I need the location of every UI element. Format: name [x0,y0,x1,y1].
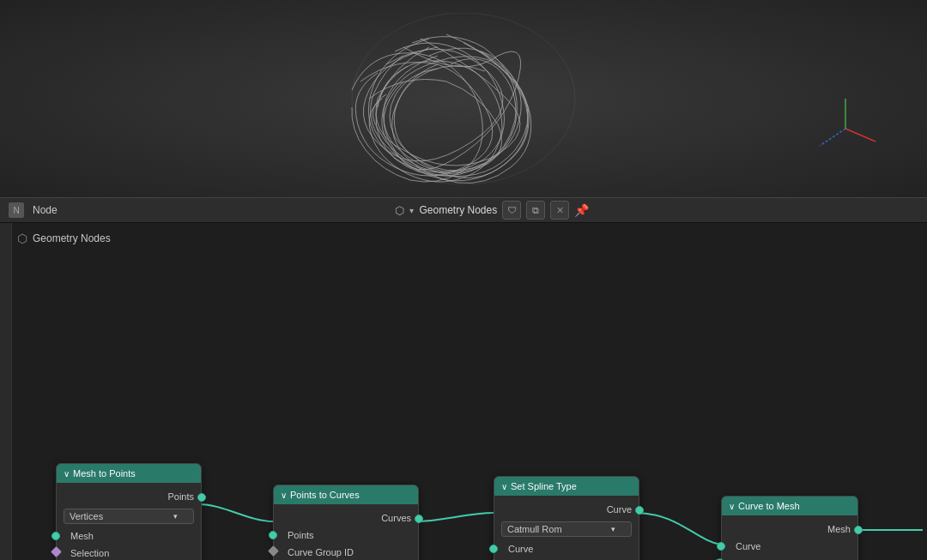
socket-points-in[interactable] [269,531,277,539]
node-row-output-points: Points [57,488,201,505]
pin-button[interactable]: 📌 [574,203,589,217]
node-title-points-to-curves: Points to Curves [290,490,360,500]
sidebar [0,223,12,560]
node-title-curve-to-mesh: Curve to Mesh [738,501,800,511]
editor-dropdown-icon[interactable]: ⬡ [395,204,404,217]
socket-curves-out[interactable] [415,515,423,523]
node-label: Node [33,204,58,216]
catmull-rom-dropdown[interactable]: Catmull Rom ▾ [501,521,632,537]
node-icon: N [9,202,24,218]
row-label-curve-sst: Curve [501,544,632,554]
close-button[interactable]: ✕ [550,201,569,220]
node-row-profile-curve: Profile Curve [722,555,857,560]
node-header-set-spline-type: ∨ Set Spline Type [494,477,639,496]
catmull-arrow: ▾ [611,525,615,533]
editor-dropdown-arrow[interactable]: ▾ [409,206,414,215]
row-label-mesh: Mesh [64,531,194,541]
socket-mesh-ctm-out[interactable] [854,526,863,534]
socket-curve-group-in[interactable] [268,545,279,557]
editor-name-label: Geometry Nodes [419,204,497,216]
row-label-points: Points [281,530,411,540]
geo-nodes-text: Geometry Nodes [33,232,111,244]
vertices-dropdown[interactable]: Vertices ▾ [64,509,194,524]
node-curve-to-mesh: ∨ Curve to Mesh Mesh Curve Profile Curve [721,496,858,560]
socket-mesh-in[interactable] [52,532,60,540]
node-row-curve-in: Curve [494,540,639,557]
copy-button[interactable]: ⧉ [526,201,545,220]
output-mesh-ctm-label: Mesh [729,524,851,534]
socket-curve-sst-out[interactable] [635,506,644,515]
socket-curve-in-sst[interactable] [489,545,498,553]
collapse-arrow-3[interactable]: ∨ [501,482,507,491]
row-label-selection: Selection [64,548,194,558]
collapse-arrow-2[interactable]: ∨ [281,491,287,500]
dropdown-value: Vertices [70,511,103,521]
catmull-value: Catmull Rom [507,524,562,534]
node-row-curve-group-id: Curve Group ID [274,544,418,560]
node-row-curve-in-ctm: Curve [722,538,857,555]
socket-points-out[interactable] [197,493,206,502]
collapse-arrow[interactable]: ∨ [64,469,70,479]
node-editor: ⬡ Geometry Nodes ∨ Mesh to Points [0,223,927,560]
output-curves-label: Curves [281,513,411,523]
node-row-mesh: Mesh [57,527,201,545]
axis-indicator [811,94,880,163]
socket-selection-in[interactable] [51,546,62,557]
node-row-selection: Selection [57,545,201,560]
row-label-curve-ctm: Curve [729,541,851,551]
output-label: Points [64,491,194,502]
svg-line-3 [820,129,845,146]
node-header-mesh-to-points: ∨ Mesh to Points [57,464,201,483]
node-mesh-to-points: ∨ Mesh to Points Points Vertices ▾ Mesh [56,463,202,560]
header-bar: N Node ⬡ ▾ Geometry Nodes 🛡 ⧉ ✕ 📌 [0,197,927,223]
node-row-points-in: Points [274,527,418,544]
node-row-output-curve-sst: Curve [494,501,639,518]
wireframe-sphere [318,13,609,184]
viewport [0,0,927,197]
node-row-output-mesh-ctm: Mesh [722,521,857,538]
node-title-set-spline-type: Set Spline Type [511,481,577,491]
svg-line-1 [845,129,876,142]
header-center: ⬡ ▾ Geometry Nodes 🛡 ⧉ ✕ 📌 [66,201,918,220]
node-header-points-to-curves: ∨ Points to Curves [274,485,418,504]
dropdown-arrow: ▾ [173,512,178,521]
node-points-to-curves: ∨ Points to Curves Curves Points Curve G… [273,485,419,560]
row-label-curve-group: Curve Group ID [281,547,411,557]
shield-button[interactable]: 🛡 [502,201,521,220]
geo-nodes-label: ⬡ Geometry Nodes [17,232,111,245]
node-header-curve-to-mesh: ∨ Curve to Mesh [722,497,857,515]
output-curve-sst-label: Curve [501,504,632,515]
collapse-arrow-4[interactable]: ∨ [729,502,735,511]
node-title-mesh-to-points: Mesh to Points [73,468,136,479]
node-row-output-curves: Curves [274,509,418,527]
node-set-spline-type: ∨ Set Spline Type Curve Catmull Rom ▾ Cu… [494,476,639,560]
socket-curve-in-ctm[interactable] [717,542,725,551]
svg-point-0 [352,13,575,184]
